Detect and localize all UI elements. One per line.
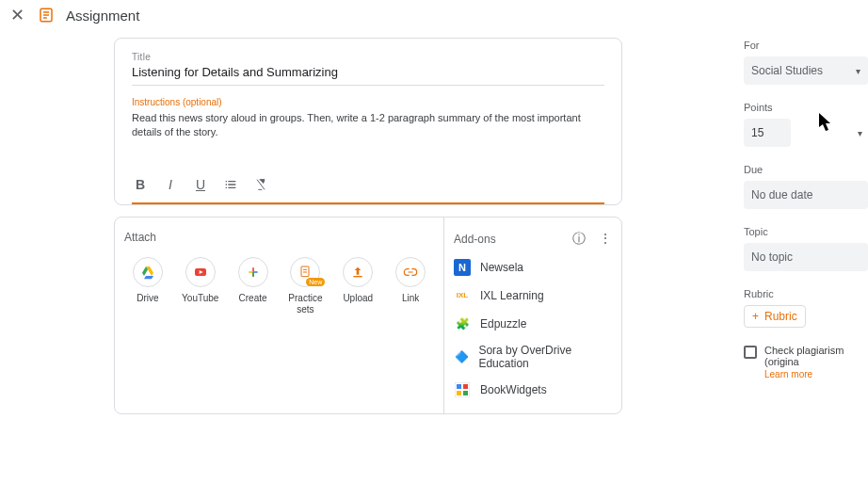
topic-value: No topic <box>751 250 793 264</box>
for-value: Social Studies <box>751 64 823 77</box>
chevron-down-icon[interactable]: ▾ <box>858 128 868 138</box>
svg-rect-9 <box>463 384 468 389</box>
rubric-button[interactable]: + Rubric <box>744 305 806 328</box>
attach-link[interactable]: Link <box>387 257 434 315</box>
bookwidgets-icon <box>454 381 471 398</box>
points-label: Points <box>744 102 868 113</box>
attach-heading: Attach <box>124 231 434 244</box>
attach-addons-card: Attach Drive YouTube Create <box>114 217 622 414</box>
attach-label: Practice sets <box>281 293 329 315</box>
attach-drive[interactable]: Drive <box>124 257 171 315</box>
attach-practice-sets[interactable]: New Practice sets <box>281 257 329 315</box>
title-label: Title <box>132 52 604 62</box>
for-select[interactable]: Social Studies ▾ <box>744 56 868 85</box>
svg-rect-5 <box>301 266 309 277</box>
attach-label: YouTube <box>182 293 218 304</box>
youtube-icon <box>185 257 216 287</box>
new-badge: New <box>306 278 325 286</box>
plus-icon: + <box>752 310 759 323</box>
topic-label: Topic <box>744 226 868 237</box>
chevron-down-icon: ▾ <box>856 66 860 76</box>
close-button[interactable]: ✕ <box>8 5 26 25</box>
svg-rect-6 <box>354 276 362 277</box>
plagiarism-checkbox[interactable] <box>744 346 757 359</box>
rubric-label: Rubric <box>744 288 868 299</box>
italic-button[interactable]: I <box>162 176 179 193</box>
assignment-icon <box>38 7 55 24</box>
addon-label: Newsela <box>480 261 523 274</box>
ixl-icon: IXL <box>454 287 471 304</box>
svg-rect-8 <box>457 384 461 389</box>
addons-more-icon[interactable]: ⋮ <box>599 231 612 248</box>
addon-label: Edpuzzle <box>480 317 526 331</box>
addon-bookwidgets[interactable]: BookWidgets <box>454 379 612 400</box>
attach-create[interactable]: Create <box>230 257 277 315</box>
addon-edpuzzle[interactable]: 🧩 Edpuzzle <box>454 314 612 334</box>
edpuzzle-icon: 🧩 <box>454 315 471 332</box>
format-toolbar: B I U <box>132 167 604 204</box>
attach-label: Drive <box>137 293 158 304</box>
plagiarism-label: Check plagiarism (origina <box>764 345 868 367</box>
create-icon <box>238 257 268 287</box>
page-title: Assignment <box>66 8 139 24</box>
svg-rect-10 <box>457 391 461 395</box>
underline-button[interactable]: U <box>192 176 209 193</box>
bold-button[interactable]: B <box>132 176 149 193</box>
rubric-button-text: Rubric <box>764 310 797 323</box>
due-value: No due date <box>751 188 812 202</box>
addon-ixl[interactable]: IXL IXL Learning <box>454 285 612 306</box>
drive-icon <box>133 257 163 287</box>
addon-sora[interactable]: 🔷 Sora by OverDrive Education <box>454 342 612 372</box>
addon-label: IXL Learning <box>480 289 544 302</box>
attach-upload[interactable]: Upload <box>334 257 381 315</box>
learn-more-link[interactable]: Learn more <box>764 369 868 379</box>
list-button[interactable] <box>222 176 239 193</box>
instructions-label: Instructions (optional) <box>132 97 604 107</box>
assignment-editor-card: Title Instructions (optional) Read this … <box>114 38 622 205</box>
clear-format-button[interactable] <box>252 176 269 193</box>
points-input[interactable] <box>744 119 791 147</box>
addon-label: BookWidgets <box>480 383 547 396</box>
due-select[interactable]: No due date <box>744 181 868 209</box>
for-label: For <box>744 40 868 51</box>
addon-newsela[interactable]: N Newsela <box>454 257 612 278</box>
addons-heading: Add-ons <box>454 233 496 246</box>
svg-rect-11 <box>463 391 468 395</box>
due-label: Due <box>744 164 868 175</box>
sora-icon: 🔷 <box>454 348 469 365</box>
attach-label: Upload <box>343 293 373 304</box>
topic-select[interactable]: No topic <box>744 243 868 271</box>
attach-youtube[interactable]: YouTube <box>177 257 224 315</box>
addons-info-icon[interactable]: ⓘ <box>572 231 586 248</box>
link-icon <box>395 257 426 287</box>
attach-label: Link <box>402 293 419 304</box>
upload-icon <box>343 257 373 287</box>
title-input[interactable] <box>132 62 604 86</box>
instructions-text[interactable]: Read this news story aloud in groups. Th… <box>132 111 604 140</box>
addon-label: Sora by OverDrive Education <box>478 344 612 370</box>
attach-label: Create <box>239 293 267 304</box>
newsela-icon: N <box>454 259 471 276</box>
